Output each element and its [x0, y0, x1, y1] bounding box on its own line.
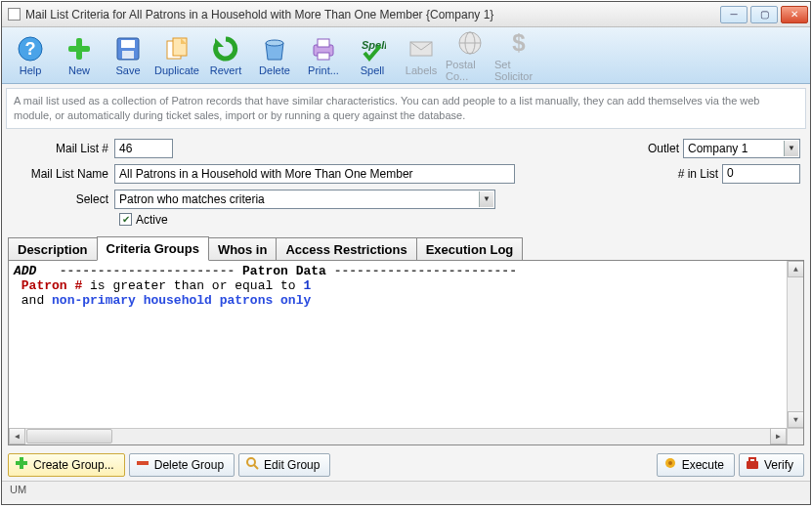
- toolbar-label: Labels: [406, 64, 437, 76]
- svg-rect-12: [318, 53, 329, 60]
- toolbar: ? Help New Save Duplicate Rever: [2, 27, 810, 84]
- num-in-list-label: # in List: [678, 167, 722, 181]
- toolbar-label: Save: [115, 64, 140, 76]
- criteria-add[interactable]: ADD: [14, 264, 36, 278]
- scroll-down-icon[interactable]: ▼: [788, 411, 804, 428]
- scrollbar-corner: [787, 428, 803, 444]
- scroll-right-icon[interactable]: ▶: [770, 428, 787, 444]
- criteria-dashes: ------------------------: [334, 264, 517, 278]
- tab-description[interactable]: Description: [8, 237, 98, 261]
- svg-text:?: ?: [25, 39, 36, 59]
- svg-rect-3: [68, 46, 90, 52]
- svg-rect-21: [137, 461, 149, 465]
- help-icon: ?: [17, 35, 44, 63]
- tab-whos-in[interactable]: Whos in: [208, 237, 278, 261]
- svg-rect-6: [122, 51, 134, 59]
- spell-icon: Spell: [359, 35, 386, 63]
- scroll-left-icon[interactable]: ◀: [9, 428, 25, 444]
- svg-rect-20: [16, 461, 27, 465]
- print-icon: [310, 35, 337, 63]
- svg-rect-27: [749, 458, 755, 462]
- description-text: A mail list used as a collection of Patr…: [6, 88, 806, 129]
- plus-icon: [65, 35, 93, 63]
- status-bar: UM: [2, 481, 810, 500]
- help-button[interactable]: ? Help: [6, 30, 55, 81]
- tab-bar: Description Criteria Groups Whos in Acce…: [8, 234, 804, 260]
- scrollbar-thumb[interactable]: [26, 429, 112, 444]
- mail-list-no-label: Mail List #: [12, 142, 114, 155]
- create-group-button[interactable]: Create Group...: [8, 453, 125, 477]
- setsolicitor-button[interactable]: $ Set Solicitor: [494, 30, 543, 81]
- plus-icon: [15, 456, 28, 473]
- revert-button[interactable]: Revert: [201, 30, 250, 81]
- edit-group-button[interactable]: Edit Group: [238, 453, 330, 477]
- duplicate-button[interactable]: Duplicate: [152, 30, 201, 81]
- save-icon: [114, 35, 142, 63]
- print-button[interactable]: Print...: [299, 30, 348, 81]
- window-titlebar: Mail List Criteria for All Patrons in a …: [2, 2, 810, 27]
- svg-point-25: [668, 461, 672, 465]
- tab-criteria-groups[interactable]: Criteria Groups: [97, 236, 209, 261]
- minimize-button[interactable]: ─: [720, 6, 748, 23]
- active-label: Active: [136, 213, 168, 227]
- select-label: Select: [12, 192, 114, 206]
- tab-execution-log[interactable]: Execution Log: [416, 237, 524, 261]
- tab-access-restrictions[interactable]: Access Restrictions: [276, 237, 416, 261]
- toolbar-label: New: [68, 64, 90, 76]
- postalco-button[interactable]: Postal Co...: [446, 30, 494, 81]
- num-in-list-field[interactable]: 0: [722, 164, 800, 184]
- revert-icon: [212, 35, 239, 63]
- outlet-dropdown[interactable]: Company 1 ▼: [683, 139, 800, 158]
- active-checkbox[interactable]: ✔: [119, 213, 132, 226]
- labels-button[interactable]: Labels: [397, 30, 446, 81]
- criteria-panel: ADD ----------------------- Patron Data …: [8, 260, 804, 445]
- criteria-clause[interactable]: non-primary household patrons only: [52, 293, 311, 308]
- scroll-up-icon[interactable]: ▲: [788, 261, 804, 277]
- dollar-icon: $: [505, 29, 533, 57]
- toolbar-label: Delete: [259, 64, 290, 76]
- select-dropdown[interactable]: Patron who matches criteria ▼: [114, 190, 495, 209]
- svg-rect-11: [318, 39, 329, 47]
- chevron-down-icon: ▼: [479, 191, 493, 207]
- criteria-value[interactable]: 1: [303, 278, 311, 293]
- search-icon: [245, 456, 259, 473]
- mail-list-no-field[interactable]: 46: [114, 139, 173, 158]
- maximize-button[interactable]: ▢: [750, 6, 778, 23]
- criteria-dashes: -----------------------: [44, 264, 242, 278]
- toolbox-icon: [746, 456, 759, 473]
- toolbar-label: Print...: [308, 64, 339, 76]
- form-area: Mail List # 46 Outlet Company 1 ▼ Mail L…: [12, 137, 800, 227]
- criteria-header: Patron Data: [242, 264, 326, 278]
- toolbar-label: Spell: [361, 64, 384, 76]
- labels-icon: [407, 35, 435, 63]
- button-row: Create Group... Delete Group Edit Group …: [8, 451, 804, 479]
- svg-rect-8: [173, 38, 187, 56]
- toolbar-label: Set Solicitor: [494, 59, 543, 82]
- svg-text:Spell: Spell: [362, 39, 386, 51]
- close-button[interactable]: ✕: [781, 6, 808, 23]
- minus-icon: [136, 456, 150, 473]
- toolbar-label: Help: [20, 64, 42, 76]
- chevron-down-icon: ▼: [784, 141, 798, 156]
- toolbar-label: Duplicate: [154, 64, 199, 76]
- toolbar-label: Revert: [210, 64, 241, 76]
- postal-icon: [456, 29, 484, 57]
- new-button[interactable]: New: [55, 30, 104, 81]
- scrollbar-vertical[interactable]: ▲ ▼: [787, 261, 803, 428]
- toolbar-label: Postal Co...: [446, 59, 494, 82]
- mail-list-name-label: Mail List Name: [12, 167, 114, 181]
- scrollbar-horizontal[interactable]: ◀ ▶: [9, 428, 787, 444]
- svg-rect-5: [121, 40, 135, 48]
- verify-button[interactable]: Verify: [739, 453, 804, 477]
- spell-button[interactable]: Spell Spell: [348, 30, 397, 81]
- delete-group-button[interactable]: Delete Group: [129, 453, 235, 477]
- titlebar-checkbox[interactable]: [8, 8, 21, 21]
- save-button[interactable]: Save: [104, 30, 152, 81]
- criteria-field[interactable]: Patron #: [21, 278, 82, 293]
- mail-list-name-field[interactable]: All Patrons in a Household with More Tha…: [114, 164, 515, 184]
- trash-icon: [261, 35, 288, 63]
- execute-button[interactable]: Execute: [657, 453, 735, 477]
- outlet-label: Outlet: [648, 142, 683, 155]
- delete-button[interactable]: Delete: [250, 30, 299, 81]
- gear-icon: [663, 456, 677, 473]
